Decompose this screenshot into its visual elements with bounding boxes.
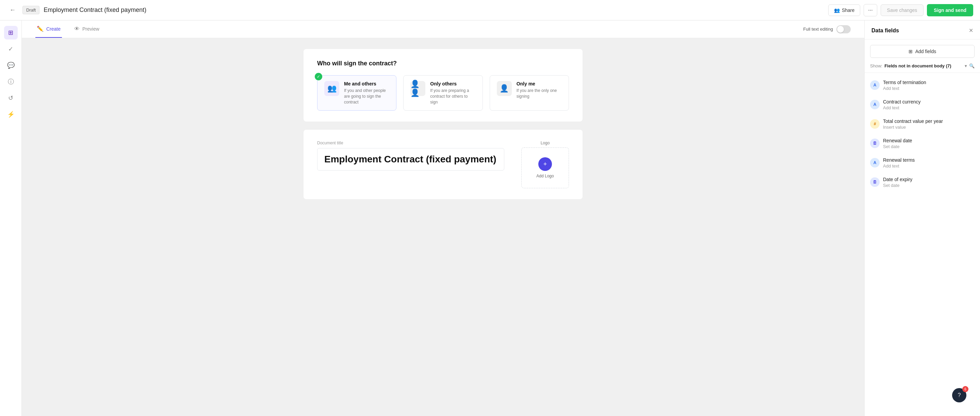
full-text-switch[interactable] — [837, 25, 851, 33]
signer-icon-only-me: 👤 — [497, 81, 512, 96]
field-name-renewal-date: Renewal date — [883, 138, 975, 143]
field-type-icon-renewal-terms: A — [870, 158, 880, 167]
preview-tab-label: Preview — [82, 26, 99, 32]
topbar: ← Draft Employment Contract (fixed payme… — [0, 0, 980, 21]
doc-area: Who will sign the contract? ✓ 👥 Me and o… — [290, 38, 596, 210]
logo-label-top: Logo — [541, 140, 550, 145]
doc-meta: Document title — [317, 140, 511, 171]
draft-badge: Draft — [22, 6, 40, 14]
field-name-contract-currency: Contract currency — [883, 99, 975, 105]
help-icon: ? — [958, 392, 961, 398]
filter-value: Fields not in document body (7) — [885, 63, 951, 69]
sidebar-icon-info[interactable]: ⓘ — [4, 75, 18, 89]
panel-title: Data fields — [872, 27, 899, 34]
show-label: Show: — [870, 63, 882, 69]
tab-create[interactable]: ✏️ Create — [35, 21, 62, 38]
add-fields-label: Add fields — [915, 49, 936, 54]
selected-check: ✓ — [315, 73, 322, 80]
field-body-renewal-terms: Renewal terms Add text — [883, 157, 975, 169]
field-placeholder-renewal-terms: Add text — [883, 163, 975, 169]
doc-title-label: Document title — [317, 140, 511, 145]
tab-preview[interactable]: 👁 Preview — [73, 21, 101, 38]
right-panel: Data fields ✕ ⊞ Add fields Show: Fields … — [864, 21, 980, 416]
field-body-date-of-expiry: Date of expiry Set date — [883, 177, 975, 188]
close-button[interactable]: ✕ — [969, 27, 973, 34]
add-fields-button[interactable]: ⊞ Add fields — [870, 45, 975, 58]
field-body-contract-currency: Contract currency Add text — [883, 99, 975, 110]
add-logo-label: Add Logo — [536, 174, 554, 179]
signer-desc-only-me: If you are the only one signing — [517, 88, 562, 99]
field-type-icon-terms-of-termination: A — [870, 80, 880, 90]
field-placeholder-terms-of-termination: Add text — [883, 86, 975, 91]
logo-upload-area[interactable]: + Add Logo — [521, 147, 569, 188]
signer-option-only-others[interactable]: 👤👤 Only others If you are preparing a co… — [403, 75, 482, 111]
signer-icon-only-others: 👤👤 — [410, 81, 425, 96]
notif-count: 6 — [962, 386, 969, 392]
search-icon[interactable]: 🔍 — [969, 63, 975, 69]
help-badge[interactable]: 6 ? — [952, 388, 966, 402]
field-placeholder-renewal-date: Set date — [883, 144, 975, 149]
signer-title: Who will sign the contract? — [317, 60, 569, 67]
doc-title-input[interactable] — [317, 148, 504, 171]
signer-text-me-and-others: Me and others If you and other people ar… — [344, 81, 389, 105]
sidebar-icon-comment[interactable]: 💬 — [4, 59, 18, 72]
field-type-icon-contract-currency: A — [870, 100, 880, 109]
signer-text-only-others: Only others If you are preparing a contr… — [430, 81, 476, 105]
doc-preview: Document title Logo + Add Logo — [304, 130, 582, 199]
signer-section: Who will sign the contract? ✓ 👥 Me and o… — [304, 49, 582, 121]
more-button[interactable]: ··· — [864, 4, 877, 16]
field-body-total-contract-value: Total contract value per year Insert val… — [883, 118, 975, 130]
filter-icons: ▾ 🔍 — [965, 63, 975, 69]
save-button[interactable]: Save changes — [881, 5, 924, 16]
field-name-date-of-expiry: Date of expiry — [883, 177, 975, 182]
show-filter: Show: Fields not in document body (7) ▾ … — [865, 63, 980, 73]
field-name-terms-of-termination: Terms of termination — [883, 80, 975, 85]
field-placeholder-contract-currency: Add text — [883, 105, 975, 110]
sidebar-icon-flash[interactable]: ⚡ — [4, 108, 18, 121]
signer-label-me-and-others: Me and others — [344, 81, 389, 86]
add-logo-icon: + — [538, 157, 552, 171]
field-item-total-contract-value[interactable]: # Total contract value per year Insert v… — [865, 115, 980, 134]
field-item-renewal-date[interactable]: 🗓 Renewal date Set date — [865, 134, 980, 153]
panel-header: Data fields ✕ — [865, 21, 980, 40]
filter-dropdown-icon[interactable]: ▾ — [965, 63, 967, 69]
pencil-icon: ✏️ — [37, 26, 43, 32]
full-text-label: Full text editing — [803, 27, 833, 32]
doc-header: Document title Logo + Add Logo — [317, 140, 569, 188]
left-sidebar: ⊞ ✓ 💬 ⓘ ↺ ⚡ — [0, 21, 22, 416]
back-button[interactable]: ← — [7, 4, 18, 16]
share-button[interactable]: 👥 Share — [828, 5, 860, 16]
create-tab-label: Create — [46, 26, 60, 32]
field-body-renewal-date: Renewal date Set date — [883, 138, 975, 149]
full-text-toggle: Full text editing — [803, 25, 851, 33]
signer-option-me-and-others[interactable]: ✓ 👥 Me and others If you and other peopl… — [317, 75, 396, 111]
field-item-contract-currency[interactable]: A Contract currency Add text — [865, 95, 980, 115]
field-list: A Terms of termination Add text A Contra… — [865, 73, 980, 195]
sidebar-icon-check[interactable]: ✓ — [4, 42, 18, 56]
field-type-icon-total-contract-value: # — [870, 119, 880, 129]
add-fields-icon: ⊞ — [908, 49, 913, 54]
main-content: ✏️ Create 👁 Preview Full text editing Wh… — [22, 21, 864, 416]
signer-icon-me-and-others: 👥 — [324, 81, 339, 96]
share-label: Share — [842, 8, 854, 13]
field-placeholder-total-contract-value: Insert value — [883, 124, 975, 130]
signer-options: ✓ 👥 Me and others If you and other peopl… — [317, 75, 569, 111]
field-item-terms-of-termination[interactable]: A Terms of termination Add text — [865, 76, 980, 95]
sidebar-icon-history[interactable]: ↺ — [4, 91, 18, 105]
field-name-renewal-terms: Renewal terms — [883, 157, 975, 163]
sidebar-icon-layout[interactable]: ⊞ — [4, 26, 18, 40]
field-type-icon-renewal-date: 🗓 — [870, 139, 880, 148]
eye-icon: 👁 — [74, 26, 80, 32]
signer-option-only-me[interactable]: 👤 Only me If you are the only one signin… — [490, 75, 569, 111]
people-icon: 👥 — [834, 8, 840, 13]
field-name-total-contract-value: Total contract value per year — [883, 118, 975, 124]
tab-bar: ✏️ Create 👁 Preview Full text editing — [22, 21, 864, 38]
sign-send-button[interactable]: Sign and send — [927, 4, 973, 16]
signer-text-only-me: Only me If you are the only one signing — [517, 81, 562, 99]
field-item-date-of-expiry[interactable]: 🗓 Date of expiry Set date — [865, 172, 980, 192]
field-body-terms-of-termination: Terms of termination Add text — [883, 80, 975, 91]
field-item-renewal-terms[interactable]: A Renewal terms Add text — [865, 153, 980, 172]
signer-label-only-me: Only me — [517, 81, 562, 86]
field-placeholder-date-of-expiry: Set date — [883, 183, 975, 188]
signer-desc-me-and-others: If you and other people are going to sig… — [344, 88, 389, 105]
